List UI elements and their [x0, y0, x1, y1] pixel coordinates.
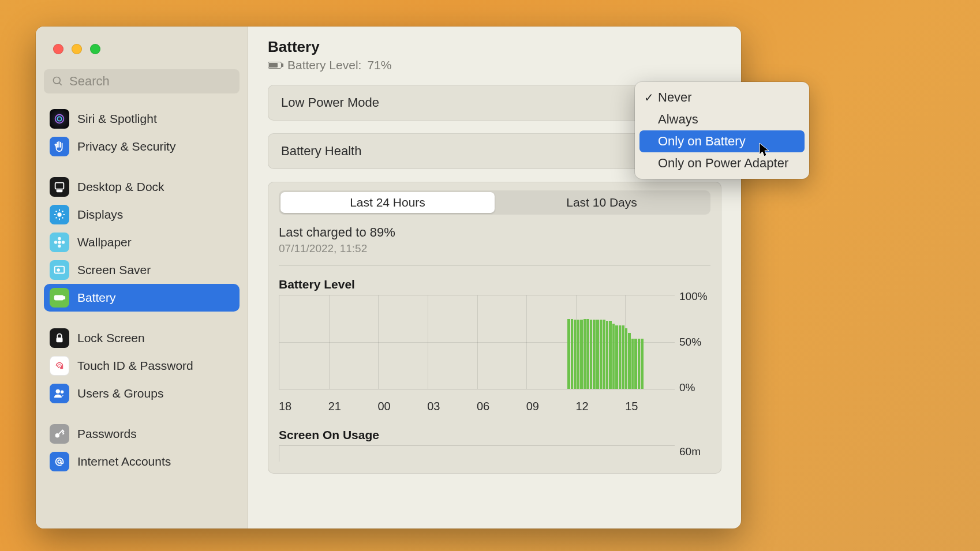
- sidebar-item-label: Touch ID & Password: [77, 359, 193, 373]
- divider: [279, 265, 710, 266]
- svg-point-21: [57, 269, 59, 271]
- chart-bar: [625, 328, 628, 389]
- dropdown-item-never[interactable]: ✓ Never: [639, 87, 805, 108]
- time-range-segment: Last 24 Hours Last 10 Days: [279, 190, 710, 215]
- battery-health-label: Battery Health: [281, 144, 361, 159]
- dropdown-item-only-power-adapter[interactable]: Only on Power Adapter: [639, 152, 805, 174]
- window-close-button[interactable]: [53, 44, 63, 54]
- usage-card: Last 24 Hours Last 10 Days Last charged …: [268, 182, 721, 474]
- chart-bar: [612, 324, 615, 389]
- chart-bar: [634, 339, 637, 389]
- battery-subtitle: Battery Level: 71%: [268, 58, 721, 72]
- sidebar-item-users[interactable]: Users & Groups: [44, 380, 240, 407]
- svg-point-25: [56, 389, 60, 393]
- chart-x-axis: 18 21 00 03 06 09 12 15: [279, 400, 675, 413]
- x-tick: 09: [526, 400, 576, 413]
- dock-icon: [50, 177, 69, 197]
- battery-level-chart-title: Battery Level: [279, 278, 710, 291]
- svg-point-18: [54, 241, 58, 244]
- y-tick: 50%: [679, 336, 701, 348]
- svg-rect-4: [55, 183, 64, 189]
- chart-bar: [600, 320, 603, 389]
- screen-on-chart-title: Screen On Usage: [279, 428, 710, 442]
- x-tick: 15: [625, 400, 675, 413]
- screensaver-icon: [50, 260, 69, 280]
- svg-line-12: [62, 218, 63, 219]
- svg-rect-5: [57, 190, 62, 192]
- sidebar-item-label: Privacy & Security: [77, 140, 175, 153]
- tab-last-24h[interactable]: Last 24 Hours: [280, 192, 495, 213]
- chart-bar: [586, 319, 589, 389]
- battery-mini-icon: [268, 62, 282, 69]
- sidebar-item-label: Wallpaper: [77, 235, 132, 249]
- sidebar-item-siri[interactable]: Siri & Spotlight: [44, 105, 240, 133]
- sidebar-item-battery[interactable]: Battery: [44, 284, 240, 312]
- flower-icon: [50, 233, 69, 252]
- sidebar-item-label: Internet Accounts: [77, 455, 171, 468]
- at-icon: [50, 452, 69, 471]
- dropdown-item-always[interactable]: Always: [639, 108, 805, 130]
- sidebar-item-displays[interactable]: Displays: [44, 201, 240, 228]
- x-tick: 00: [378, 400, 428, 413]
- svg-line-14: [62, 211, 63, 212]
- chart-bar: [628, 333, 631, 389]
- x-tick: 12: [576, 400, 626, 413]
- sidebar-item-label: Passwords: [77, 427, 137, 441]
- screen-on-chart: 60m: [279, 445, 710, 462]
- sidebar-item-label: Siri & Spotlight: [77, 112, 157, 126]
- sidebar-item-label: Users & Groups: [77, 387, 163, 400]
- low-power-mode-label: Low Power Mode: [281, 95, 379, 110]
- chart-bar: [596, 320, 599, 389]
- svg-rect-23: [63, 297, 65, 299]
- dropdown-item-only-battery[interactable]: Only on Battery: [639, 130, 805, 152]
- chart-bar: [622, 325, 624, 389]
- svg-point-6: [57, 212, 61, 216]
- chart-bar: [631, 339, 634, 389]
- tab-last-10d[interactable]: Last 10 Days: [495, 192, 709, 213]
- sidebar-item-passwords[interactable]: Passwords: [44, 420, 240, 448]
- svg-line-1: [59, 83, 62, 85]
- search-field-wrap: [44, 69, 240, 93]
- chart-bar: [571, 319, 574, 389]
- chart-bar: [638, 339, 641, 389]
- sidebar-list: Siri & Spotlight Privacy & Security Desk…: [36, 100, 248, 528]
- chart-bar: [580, 320, 583, 389]
- cursor-icon: [758, 142, 772, 160]
- window-zoom-button[interactable]: [90, 44, 100, 54]
- sidebar-item-label: Screen Saver: [77, 263, 151, 277]
- sidebar-item-lock-screen[interactable]: Lock Screen: [44, 324, 240, 352]
- sidebar-item-desktop-dock[interactable]: Desktop & Dock: [44, 173, 240, 201]
- hand-icon: [50, 137, 69, 156]
- chart-bar: [577, 320, 580, 389]
- chart-area: [279, 295, 675, 389]
- sidebar-item-label: Displays: [77, 208, 123, 222]
- svg-point-0: [54, 77, 61, 84]
- search-input[interactable]: [44, 69, 240, 93]
- chart-bar: [615, 325, 618, 389]
- lock-icon: [50, 328, 69, 348]
- sidebar-item-touchid[interactable]: Touch ID & Password: [44, 352, 240, 380]
- x-tick: 03: [427, 400, 477, 413]
- svg-point-2: [55, 115, 64, 123]
- chart-bar: [641, 339, 644, 389]
- dropdown-item-label: Always: [658, 112, 698, 127]
- sidebar-item-internet-accounts[interactable]: Internet Accounts: [44, 448, 240, 475]
- sidebar: Siri & Spotlight Privacy & Security Desk…: [36, 27, 248, 528]
- svg-point-26: [61, 391, 64, 394]
- svg-point-3: [57, 117, 61, 121]
- svg-point-19: [62, 241, 65, 244]
- sidebar-item-screensaver[interactable]: Screen Saver: [44, 256, 240, 284]
- svg-rect-22: [55, 295, 63, 299]
- chart-bar: [583, 319, 586, 389]
- sidebar-item-wallpaper[interactable]: Wallpaper: [44, 228, 240, 256]
- window-minimize-button[interactable]: [72, 44, 82, 54]
- y-tick: 100%: [679, 290, 708, 303]
- sidebar-item-label: Lock Screen: [77, 331, 145, 345]
- sidebar-item-privacy[interactable]: Privacy & Security: [44, 133, 240, 160]
- battery-level-chart: 100% 50% 0%: [279, 295, 710, 389]
- chart-bar: [609, 321, 612, 389]
- search-icon: [52, 76, 63, 87]
- svg-point-16: [58, 237, 61, 241]
- x-tick: 21: [328, 400, 378, 413]
- key-icon: [50, 424, 69, 444]
